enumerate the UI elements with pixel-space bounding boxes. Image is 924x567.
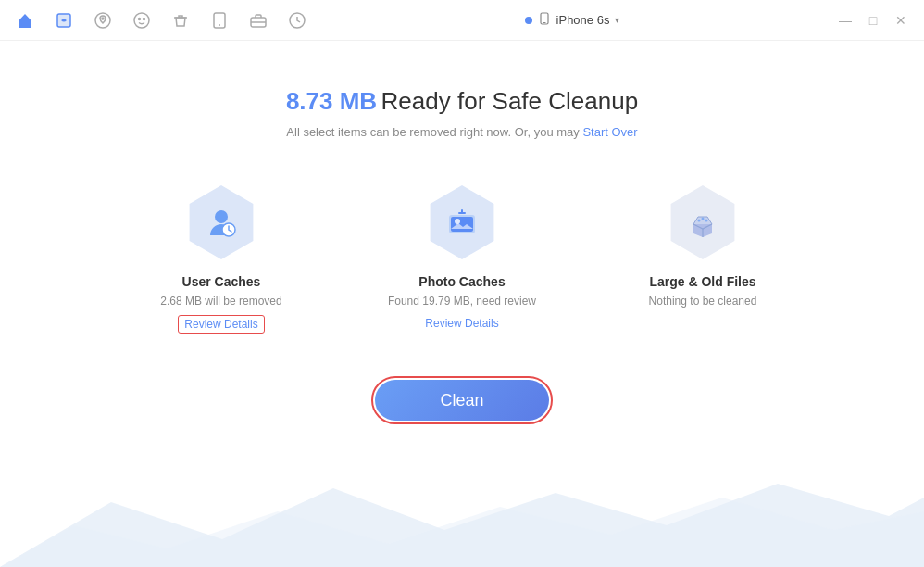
large-files-title: Large & Old Files [649,274,755,289]
size-label: 8.73 MB [286,87,377,115]
clock-icon[interactable] [287,10,307,31]
face-icon[interactable] [131,10,152,31]
subtitle: All select items can be removed right no… [286,125,637,139]
main-content: 8.73 MB Ready for Safe Cleanup All selec… [0,41,924,439]
clean-button[interactable]: Clean [375,380,549,421]
device-status-dot [525,17,532,24]
svg-point-19 [702,218,705,220]
device-info: iPhone 6s ▾ [525,12,620,28]
start-over-link[interactable]: Start Over [582,125,637,139]
user-caches-review-link[interactable]: Review Details [178,315,264,334]
large-files-desc: Nothing to be cleaned [649,295,757,308]
cards-row: User Caches 2.68 MB will be removed Revi… [138,185,786,334]
window-controls: — □ ✕ [837,12,909,29]
minimize-button[interactable]: — [837,12,854,29]
photo-caches-icon-wrap [425,185,499,259]
photo-caches-desc: Found 19.79 MB, need review [388,295,536,308]
chevron-down-icon[interactable]: ▾ [615,15,619,25]
restore-button[interactable]: □ [865,12,881,29]
headline-text: Ready for Safe Cleanup [381,87,639,115]
nav-icons-group [15,10,307,31]
large-files-icon-wrap [666,185,740,259]
photo-caches-card: Photo Caches Found 19.79 MB, need review… [379,185,545,332]
svg-point-18 [698,220,701,222]
user-caches-desc: 2.68 MB will be removed [160,295,281,308]
trash-icon[interactable] [170,10,191,31]
clean-button-wrap: Clean [375,380,549,421]
device-icon [538,12,551,28]
svg-point-2 [102,18,104,19]
photo-caches-review-link[interactable]: Review Details [419,315,504,332]
user-caches-title: User Caches [182,274,261,289]
user-caches-icon-wrap [184,185,258,259]
broom-icon[interactable] [54,10,74,31]
user-caches-card: User Caches 2.68 MB will be removed Revi… [138,185,305,334]
svg-point-4 [139,18,141,19]
close-button[interactable]: ✕ [893,12,909,29]
tablet-icon[interactable] [209,10,230,31]
home-icon[interactable] [15,10,35,31]
svg-point-5 [144,18,145,19]
svg-rect-16 [451,217,473,232]
large-files-card: Large & Old Files Nothing to be cleaned [619,185,786,315]
titlebar: iPhone 6s ▾ — □ ✕ [0,0,924,41]
mountain-background [0,474,924,567]
svg-point-20 [705,220,708,222]
headline: 8.73 MB Ready for Safe Cleanup [286,87,638,116]
svg-point-13 [215,210,228,223]
svg-point-17 [455,219,460,224]
subtitle-text: All select items can be removed right no… [286,125,582,139]
phone-icon[interactable] [93,10,113,31]
device-name-label: iPhone 6s [556,13,610,27]
photo-caches-title: Photo Caches [418,274,505,289]
briefcase-icon[interactable] [248,10,268,31]
svg-point-3 [134,13,149,28]
